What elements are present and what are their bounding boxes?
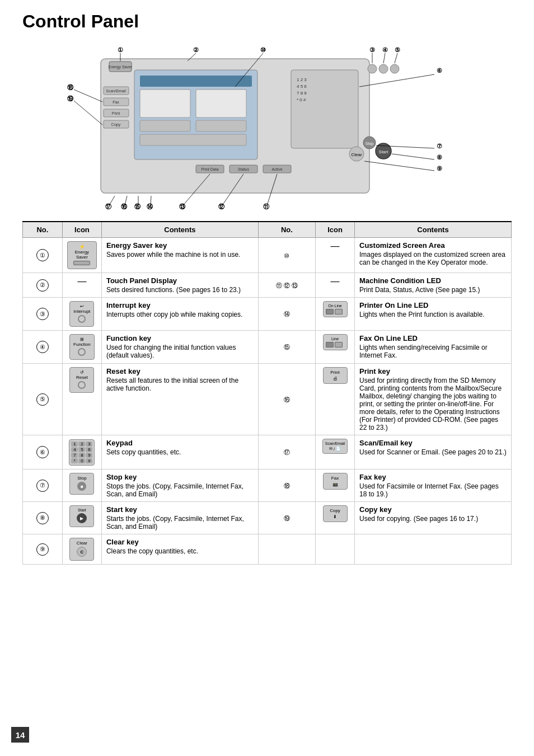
- svg-text:Active: Active: [271, 167, 282, 171]
- svg-text:⑱: ⑱: [67, 84, 74, 91]
- svg-text:Stop: Stop: [366, 142, 374, 146]
- svg-line-47: [395, 53, 397, 63]
- row-content-left: Function keyUsed for changing the initia…: [101, 331, 258, 364]
- table-row: ②—Touch Panel DisplaySets desired functi…: [23, 273, 512, 298]
- control-panel-table: No. Icon Contents No. Icon Contents ① ⚡ …: [22, 221, 512, 565]
- svg-text:Start: Start: [379, 149, 389, 154]
- row-number-left: ①: [23, 238, 63, 273]
- row-content-left: Touch Panel DisplaySets desired function…: [101, 273, 258, 298]
- svg-text:7 8 9: 7 8 9: [297, 91, 307, 96]
- table-row: ⑦ Stop ■ Stop keyStops the jobs. (Copy, …: [23, 469, 512, 502]
- table-row: ⑥ 1 2 3 4 5 6 7 8 9 * 0 # KeypadSets cop…: [23, 435, 512, 469]
- svg-text:⑯: ⑯: [121, 203, 128, 210]
- row-number-right: ⑱: [258, 469, 315, 502]
- col-no-right: No.: [258, 222, 315, 238]
- svg-text:⑬: ⑬: [179, 203, 186, 210]
- row-number-left: ④: [23, 331, 63, 364]
- control-panel-diagram: Energy Saver 1 2 3 4 5 6 7 8 9 * 0 # Sta…: [22, 42, 512, 221]
- col-icon-right: Icon: [316, 222, 355, 238]
- svg-rect-5: [196, 90, 246, 118]
- row-number-left: ②: [23, 273, 63, 298]
- table-row: ① ⚡ Energy Saver Energy Saver keySaves p…: [23, 238, 512, 273]
- svg-rect-6: [140, 120, 190, 132]
- row-number-left: ⑨: [23, 534, 63, 565]
- row-number-right: ⑩: [258, 238, 315, 273]
- svg-line-53: [392, 154, 434, 159]
- svg-text:⑤: ⑤: [395, 46, 400, 53]
- row-icon-left: ↩Interrupt: [62, 298, 101, 331]
- svg-text:Print: Print: [112, 111, 120, 115]
- svg-line-55: [364, 161, 434, 171]
- svg-point-15: [368, 64, 377, 73]
- svg-text:Copy: Copy: [111, 123, 121, 127]
- svg-text:⑥: ⑥: [437, 67, 442, 74]
- page-title: Control Panel: [22, 11, 512, 32]
- svg-text:1 2 3: 1 2 3: [297, 77, 307, 82]
- row-icon-right: —: [316, 273, 355, 298]
- col-contents-right: Contents: [355, 222, 512, 238]
- table-row: ④ ⊞Function Function keyUsed for changin…: [23, 331, 512, 364]
- svg-text:⑮: ⑮: [134, 203, 141, 210]
- row-content-right: Copy keyUsed for copying. (See pages 16 …: [355, 502, 512, 534]
- row-icon-left: ⊞Function: [62, 331, 101, 364]
- svg-text:⑩: ⑩: [260, 46, 266, 53]
- row-icon-left: —: [62, 273, 101, 298]
- row-content-left: Stop keyStops the jobs. (Copy, Facsimile…: [101, 469, 258, 502]
- svg-text:⑧: ⑧: [437, 154, 442, 161]
- row-icon-right: Line: [316, 331, 355, 364]
- svg-text:②: ②: [193, 46, 199, 53]
- row-content-left: Interrupt keyInterrupts other copy job w…: [101, 298, 258, 331]
- svg-text:Print Data: Print Data: [201, 167, 218, 171]
- row-icon-right: —: [316, 238, 355, 273]
- row-content-left: Clear keyClears the copy quantities, etc…: [101, 534, 258, 565]
- svg-text:Status: Status: [238, 167, 249, 171]
- row-icon-right: [316, 534, 355, 565]
- row-content-right: Scan/Email keyUsed for Scanner or Email.…: [355, 435, 512, 469]
- svg-text:* 0 #: * 0 #: [297, 97, 306, 102]
- table-row: ⑨ Clear C Clear keyClears the copy quant…: [23, 534, 512, 565]
- row-content-right: Fax keyUsed for Facsimile or Internet Fa…: [355, 469, 512, 502]
- row-number-right: ⑲: [258, 502, 315, 534]
- row-number-left: ⑤: [23, 364, 63, 435]
- row-content-left: KeypadSets copy quantities, etc.: [101, 435, 258, 469]
- svg-text:①: ①: [118, 46, 123, 53]
- row-number-left: ③: [23, 298, 63, 331]
- row-content-left: Reset keyResets all features to the init…: [101, 364, 258, 435]
- row-number-right: ⑪ ⑫ ⑬: [258, 273, 315, 298]
- svg-line-49: [359, 74, 434, 87]
- svg-text:Fax: Fax: [113, 100, 119, 104]
- row-icon-right: Fax 📠: [316, 469, 355, 502]
- svg-text:Energy Saver: Energy Saver: [109, 65, 133, 69]
- row-icon-left: Clear C: [62, 534, 101, 565]
- row-icon-left: 1 2 3 4 5 6 7 8 9 * 0 #: [62, 435, 101, 469]
- svg-text:④: ④: [382, 46, 388, 53]
- col-icon-left: Icon: [62, 222, 101, 238]
- svg-text:4 5 6: 4 5 6: [297, 84, 307, 89]
- row-icon-right: On Line: [316, 298, 355, 331]
- svg-point-17: [390, 64, 399, 73]
- row-content-right: Machine Condition LEDPrint Data, Status,…: [355, 273, 512, 298]
- row-content-right: [355, 534, 512, 565]
- row-number-left: ⑦: [23, 469, 63, 502]
- row-content-right: Print keyUsed for printing directly from…: [355, 364, 512, 435]
- svg-text:⑪: ⑪: [263, 203, 270, 210]
- table-row: ③ ↩Interrupt Interrupt keyInterrupts oth…: [23, 298, 512, 331]
- svg-rect-7: [196, 120, 246, 132]
- row-icon-left: Start ▶: [62, 502, 101, 534]
- row-icon-left: ↺Reset: [62, 364, 101, 435]
- svg-text:⑦: ⑦: [437, 143, 442, 149]
- svg-text:⑫: ⑫: [218, 203, 225, 210]
- row-icon-left: Stop ■: [62, 469, 101, 502]
- table-row: ⑤ ↺Reset Reset keyResets all features to…: [23, 364, 512, 435]
- svg-rect-3: [140, 76, 252, 87]
- svg-text:Clear: Clear: [351, 152, 362, 157]
- row-content-right: Printer On Line LEDLights when the Print…: [355, 298, 512, 331]
- svg-text:Scan/Email: Scan/Email: [106, 89, 126, 93]
- svg-line-75: [74, 90, 102, 102]
- col-no-left: No.: [23, 222, 63, 238]
- row-number-left: ⑧: [23, 502, 63, 534]
- row-number-right: ⑰: [258, 435, 315, 469]
- svg-line-73: [74, 101, 102, 125]
- svg-text:⑰: ⑰: [105, 203, 112, 210]
- col-contents-left: Contents: [101, 222, 258, 238]
